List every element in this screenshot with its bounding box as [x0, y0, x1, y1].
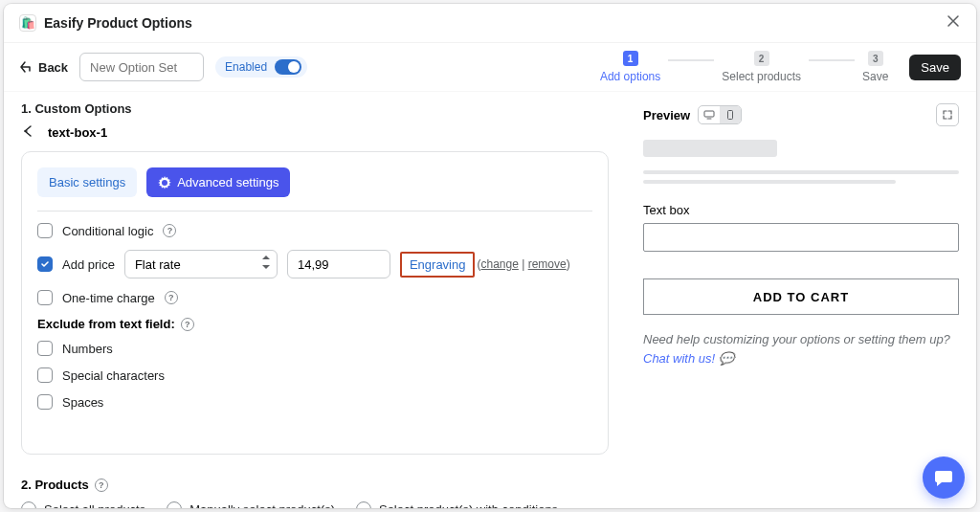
price-type-select[interactable]: Flat rate	[124, 250, 278, 278]
radio-icon	[21, 501, 36, 508]
preview-header: Preview	[643, 103, 959, 126]
fullscreen-icon	[942, 109, 953, 121]
option-set-name-input[interactable]	[79, 53, 204, 81]
preview-text-input[interactable]	[643, 223, 959, 252]
content: 1. Custom Options text-box-1 Basic setti…	[4, 92, 976, 508]
conditional-logic-checkbox[interactable]	[37, 223, 53, 238]
exclude-spaces-row: Spaces	[37, 394, 592, 410]
fullscreen-button[interactable]	[936, 103, 959, 126]
one-time-charge-row: One-time charge ?	[37, 290, 592, 305]
help-icon[interactable]: ?	[181, 318, 194, 331]
chat-widget-button[interactable]	[923, 456, 965, 499]
linked-product-link[interactable]: Engraving	[400, 252, 476, 278]
mobile-icon	[724, 109, 736, 121]
preview-skeleton	[643, 140, 777, 157]
back-icon	[19, 60, 33, 74]
device-desktop-button[interactable]	[699, 106, 720, 123]
step-select-products[interactable]: 2 Select products	[722, 51, 801, 83]
settings-tabs: Basic settings Advanced settings	[37, 167, 592, 211]
exclude-spaces-checkbox[interactable]	[37, 394, 53, 410]
desktop-icon	[703, 109, 715, 121]
radio-manual[interactable]: Manually select product(s)	[167, 501, 335, 508]
linked-product: Engraving (change | remove)	[400, 252, 570, 278]
one-time-charge-label: One-time charge	[62, 291, 155, 305]
svg-rect-1	[728, 111, 733, 120]
preview-pane: Preview Text box ADD TO CART	[626, 92, 976, 508]
close-icon[interactable]	[946, 13, 961, 33]
chat-with-us-link[interactable]: Chat with us!	[643, 351, 715, 366]
exclude-numbers-checkbox[interactable]	[37, 341, 53, 356]
step-divider-icon	[668, 59, 714, 61]
tab-basic-settings[interactable]: Basic settings	[37, 167, 137, 197]
toolbar: Back Enabled 1 Add options 2 Select prod…	[4, 43, 976, 92]
product-selection-radios: Select all products Manually select prod…	[21, 501, 609, 508]
conditional-logic-row: Conditional logic ?	[37, 223, 592, 238]
radio-select-all[interactable]: Select all products	[21, 501, 145, 508]
add-price-row: Add price Flat rate Engraving (change | …	[37, 250, 592, 278]
exclude-special-label: Special characters	[62, 368, 165, 383]
help-text: Need help customizing your options or se…	[643, 330, 959, 367]
section-2-title: 2. Products ?	[21, 478, 609, 492]
add-price-checkbox[interactable]	[37, 256, 53, 272]
left-pane: 1. Custom Options text-box-1 Basic setti…	[4, 92, 626, 508]
price-value-input[interactable]	[287, 250, 390, 278]
back-button[interactable]: Back	[19, 60, 68, 75]
one-time-charge-checkbox[interactable]	[37, 290, 53, 305]
preview-skeleton	[643, 180, 896, 184]
check-icon	[40, 259, 50, 269]
preview-skeleton	[643, 170, 959, 174]
breadcrumb-option-name: text-box-1	[48, 125, 107, 140]
option-card: Basic settings Advanced settings Conditi…	[21, 151, 609, 455]
radio-icon	[356, 501, 371, 508]
gear-icon	[158, 176, 171, 189]
breadcrumb: text-box-1	[21, 123, 609, 142]
products-section: 2. Products ? Select all products Manual…	[21, 478, 609, 508]
save-button[interactable]: Save	[909, 55, 961, 80]
conditional-logic-label: Conditional logic	[62, 224, 153, 238]
app-logo-icon: 🛍️	[19, 14, 36, 32]
step-save[interactable]: 3 Save	[862, 51, 888, 83]
chat-icon	[933, 467, 954, 488]
app-title: Easify Product Options	[44, 15, 192, 31]
app-modal: 🛍️ Easify Product Options Back Enabled 1…	[4, 4, 976, 508]
exclude-spaces-label: Spaces	[62, 395, 103, 410]
enabled-toggle[interactable]: Enabled	[215, 56, 307, 78]
device-toggle	[698, 105, 742, 124]
toggle-switch-icon	[275, 59, 301, 75]
enabled-label: Enabled	[225, 60, 267, 74]
step-divider-icon	[809, 59, 855, 61]
device-mobile-button[interactable]	[720, 106, 741, 123]
exclude-numbers-label: Numbers	[62, 342, 113, 356]
radio-conditions[interactable]: Select product(s) with conditions	[356, 501, 558, 508]
preview-title: Preview	[643, 108, 690, 122]
add-price-label: Add price	[62, 257, 115, 272]
change-link[interactable]: change	[480, 257, 518, 271]
modal-header: 🛍️ Easify Product Options	[4, 4, 976, 43]
exclude-special-checkbox[interactable]	[37, 367, 53, 383]
breadcrumb-back-icon[interactable]	[21, 123, 36, 142]
svg-rect-0	[704, 111, 714, 117]
preview-field-label: Text box	[643, 203, 959, 217]
help-icon[interactable]: ?	[95, 479, 108, 492]
step-add-options[interactable]: 1 Add options	[600, 51, 660, 83]
add-to-cart-button[interactable]: ADD TO CART	[643, 278, 959, 315]
exclude-numbers-row: Numbers	[37, 341, 592, 356]
help-icon[interactable]: ?	[165, 291, 178, 304]
tab-advanced-settings[interactable]: Advanced settings	[146, 167, 290, 197]
help-icon[interactable]: ?	[163, 224, 176, 237]
remove-link[interactable]: remove	[528, 257, 567, 271]
stepper: 1 Add options 2 Select products 3 Save	[600, 51, 888, 83]
exclude-subheading: Exclude from text field: ?	[37, 317, 592, 331]
section-1-title: 1. Custom Options	[21, 101, 609, 116]
radio-icon	[167, 501, 182, 508]
exclude-special-row: Special characters	[37, 367, 592, 383]
chat-bubble-icon: 💬	[719, 351, 734, 366]
